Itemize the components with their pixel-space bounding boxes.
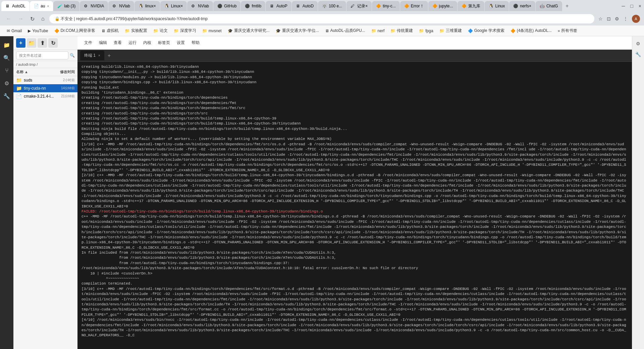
- bookmark-youtube[interactable]: ▶ YouTube: [25, 28, 51, 34]
- bookmark-dl[interactable]: 📁 深度学习: [171, 27, 199, 35]
- menu-run[interactable]: 运行: [126, 38, 139, 48]
- menu-file[interactable]: 文件: [82, 38, 95, 48]
- tab-error[interactable]: 🔶 Error！: [400, 1, 428, 11]
- bookmark-gmail[interactable]: ✉ Gmail: [4, 28, 24, 34]
- tab-autop[interactable]: 🖥 AutoP: [266, 1, 291, 11]
- right-icon-tools[interactable]: 🔧: [634, 50, 643, 59]
- extension-icon[interactable]: ⚙: [613, 15, 621, 23]
- file-item-suds[interactable]: 📁 suds 2小时前: [13, 76, 77, 84]
- path-text[interactable]: / autodl-tmp /: [16, 62, 38, 66]
- bookmark-paper[interactable]: 📁 论文: [151, 27, 170, 35]
- sidebar-icon-files[interactable]: 📁: [1, 39, 13, 51]
- tab-tiny[interactable]: 🔶 tiny-c...: [372, 1, 400, 11]
- tab-linux3-title: Linux: [495, 4, 505, 8]
- bookmark-fpga[interactable]: 📁 fpga: [416, 28, 436, 34]
- tab-jupyter[interactable]: 🔶 jupyte...: [428, 1, 457, 11]
- tab-linux1[interactable]: 🐧 linux×: [135, 1, 160, 11]
- back-button[interactable]: ←: [4, 14, 13, 23]
- terminal-tab-label: 终端 1: [84, 53, 96, 58]
- refresh-button[interactable]: ↻: [48, 38, 58, 48]
- profile-avatar[interactable]: A: [632, 15, 640, 23]
- column-name-header[interactable]: 名称 ▲: [16, 69, 48, 74]
- menu-edit[interactable]: 编辑: [96, 38, 110, 48]
- bookmark-all[interactable]: » 所有书签: [555, 27, 580, 35]
- new-file-button[interactable]: +: [16, 38, 25, 48]
- tab-nvlab-favicon: ⚙: [112, 4, 117, 8]
- screenshot-icon[interactable]: ⊡: [605, 15, 612, 23]
- tab-github-favicon: ⚫: [217, 4, 222, 8]
- tab-nvlab2[interactable]: ⚙ NVlab: [187, 1, 213, 11]
- bookmark-3d-rebuild[interactable]: 📁 三维重建: [437, 27, 465, 35]
- file-item-tinycudann[interactable]: 📁 tiny-cuda-nn 14分钟前: [13, 84, 77, 92]
- menu-tabs[interactable]: 标签页: [155, 38, 173, 48]
- sidebar-icon-search[interactable]: 🔍: [1, 52, 13, 64]
- tab-au-close[interactable]: ×: [47, 4, 49, 8]
- menu-settings[interactable]: 设置: [174, 38, 187, 48]
- tab-linux2[interactable]: 🐧 Linux×: [160, 1, 187, 11]
- tab-100e[interactable]: 🐺 100 e...: [318, 1, 346, 11]
- bookmark-cqjtu-degree[interactable]: 🎓 重庆交通大学-学位...: [273, 27, 322, 35]
- tab-nerfs-title: nerfs×: [520, 4, 531, 8]
- more-options-icon[interactable]: ⋮: [622, 15, 629, 23]
- tab-nerfs[interactable]: ⚫ nerfs×: [509, 1, 535, 11]
- tab-nerfs-favicon: ⚫: [513, 4, 518, 8]
- forward-button[interactable]: →: [16, 14, 25, 23]
- tab-nvlab[interactable]: ⚙ NVlab: [108, 1, 134, 11]
- tab-linux3[interactable]: 🐧 Linux: [485, 1, 509, 11]
- terminal-tab-close[interactable]: ×: [98, 54, 100, 57]
- sidebar-icon-git[interactable]: ⑂: [1, 64, 13, 77]
- file-browser-panel: + 📁 ⬆ ↻ 🔍 / autodl-tmp / 名称 ▲ 修改时间 📁: [13, 36, 77, 349]
- menu-kernel[interactable]: 内核: [141, 38, 154, 48]
- terminal-container: 终端 1 × + creating build/lib.linux-x86_64…: [77, 50, 632, 349]
- bookmark-nerf[interactable]: 📁 nerf: [369, 28, 387, 34]
- bookmark-cqjtu-research[interactable]: 🎓 重庆交通大学研究...: [225, 27, 272, 35]
- menu-help[interactable]: 帮助: [189, 38, 202, 48]
- tab-github[interactable]: ⚫ GitHub: [213, 1, 240, 11]
- bookmark-fpga-label: fpga: [425, 29, 433, 33]
- tab-jiyun-title: 记录×: [357, 3, 368, 9]
- terminal-tab-add[interactable]: +: [106, 52, 113, 59]
- reload-button[interactable]: ↻: [28, 14, 37, 23]
- terminal-tab-1[interactable]: 终端 1 ×: [80, 51, 104, 60]
- menu-view[interactable]: 查看: [111, 38, 124, 48]
- file-item-cmake[interactable]: 📄 cmake-3.21.4-l... 21分钟前: [13, 92, 77, 100]
- bookmark-lab-config[interactable]: 📁 实验配置: [122, 27, 150, 35]
- terminal-output[interactable]: creating build/lib.linux-x86_64-cpython-…: [77, 62, 632, 349]
- bookmark-trad-rebuild[interactable]: 📁 传统重建: [388, 27, 416, 35]
- sidebar-icon-strip: 📁 🔍 ⑂ ⚙ 🔧: [0, 36, 13, 349]
- tab-autodl[interactable]: 🖥 AutoDL: [1, 1, 30, 11]
- bookmark-vm[interactable]: 🖥 虚拟机: [99, 27, 121, 35]
- bookmark-google-scholar[interactable]: 🔷 Google 学术搜索: [465, 27, 507, 35]
- minimize-icon[interactable]: ─: [620, 2, 626, 10]
- tab-chat[interactable]: 🤖 ChatG: [536, 1, 562, 11]
- bookmark-star-icon[interactable]: ☆: [597, 15, 604, 23]
- tab-jiu[interactable]: 🔶 第九库: [458, 1, 484, 11]
- home-button[interactable]: ⌂: [39, 14, 47, 23]
- tab-lab[interactable]: 🧪 lab (3): [53, 1, 79, 11]
- tab-autod2-title: AutoD: [303, 4, 314, 8]
- bookmark-drcom-label: Dr.COM上网登录客: [61, 28, 95, 34]
- tab-au-title: au: [41, 4, 45, 8]
- address-input[interactable]: [49, 14, 594, 23]
- bookmark-autodl-msg[interactable]: 🔶 (4条消息) AutoDL...: [508, 27, 554, 35]
- tab-fmtlib[interactable]: ⚫ fmtlib: [241, 1, 265, 11]
- sidebar-icon-settings[interactable]: ⚙: [1, 77, 13, 89]
- new-folder-button[interactable]: 📁: [27, 38, 36, 48]
- tab-au[interactable]: 📄 au ×: [30, 1, 53, 11]
- right-icon-settings[interactable]: ⚙: [634, 39, 643, 48]
- upload-button[interactable]: ⬆: [38, 38, 47, 48]
- sidebar-icon-tools[interactable]: 🔧: [1, 90, 13, 102]
- add-tab-button[interactable]: +: [562, 1, 572, 11]
- close-icon[interactable]: ×: [637, 2, 643, 10]
- column-date-header[interactable]: 修改时间: [48, 69, 75, 74]
- tab-nvidia1[interactable]: ⚙ NVIDIA: [80, 1, 108, 11]
- bookmark-drcom[interactable]: 🔶 Dr.COM上网登录客: [52, 27, 98, 35]
- tab-tiny-favicon: 🔶: [376, 4, 381, 8]
- bookmark-mvsnet[interactable]: 📁 mvsnet: [200, 28, 224, 34]
- tab-jiyun[interactable]: 🖊 记录×: [346, 1, 372, 11]
- bookmark-autodl-gpu[interactable]: 🖥 AutoDL-品质GPU...: [322, 27, 368, 35]
- maximize-icon[interactable]: □: [629, 2, 634, 10]
- search-icon[interactable]: 🔍: [70, 53, 75, 58]
- search-input[interactable]: [16, 51, 68, 59]
- tab-autod2[interactable]: 🖥 AutoD: [292, 1, 318, 11]
